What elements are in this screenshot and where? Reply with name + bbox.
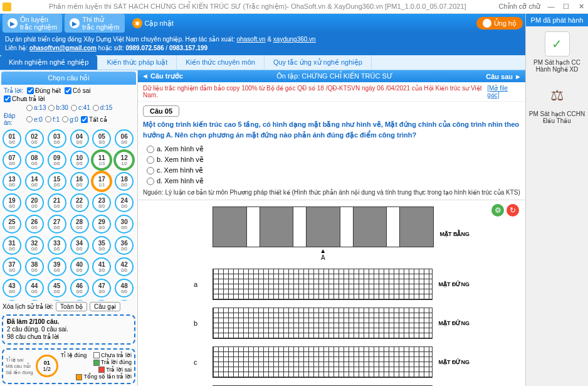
question-cell-04[interactable]: 040/0 xyxy=(70,129,89,148)
phone-2: 0983.157.199 xyxy=(169,45,207,51)
answer-key-e[interactable]: e:0 xyxy=(26,112,43,126)
question-cell-13[interactable]: 130/0 xyxy=(3,172,21,191)
question-cell-24[interactable]: 240/0 xyxy=(115,193,134,212)
filter-all-correct[interactable]: Đúng hết xyxy=(27,87,61,94)
question-cell-28[interactable]: 280/0 xyxy=(70,215,89,233)
question-cell-18[interactable]: 180/0 xyxy=(115,172,134,191)
question-cell-33[interactable]: 330/0 xyxy=(48,236,66,255)
question-cell-11[interactable]: 111/3 xyxy=(92,151,111,169)
support-button[interactable]: Ủng hộ xyxy=(476,17,523,29)
minimize-button[interactable]: — xyxy=(547,3,555,11)
answer-key-c[interactable]: c:41 xyxy=(71,104,90,111)
info-bar: Dự án phát triển cộng đồng Xây Dựng Việt… xyxy=(0,33,525,55)
tab-ethics[interactable]: Quy tắc ứng xử nghề nghiệp xyxy=(265,55,372,70)
question-source: Nguồn: Lý luận cơ bản từ môn Phương pháp… xyxy=(143,189,520,196)
legend-box: Tỉ lệ sai Mã câu hỏi Số lần đúng 01 1/2 … xyxy=(2,348,135,385)
question-cell-29[interactable]: 290/0 xyxy=(92,215,111,233)
contact-email[interactable]: ohasoftvn@gmail.com xyxy=(29,45,97,51)
practice-mode-button[interactable]: ▶ Ôn luyện trắc nghiệm xyxy=(3,14,62,33)
open-source-file-link[interactable]: [Mở file gốc] xyxy=(487,85,520,99)
answer-key-all[interactable]: Tất cả xyxy=(81,112,107,126)
question-cell-03[interactable]: 030/0 xyxy=(48,129,66,148)
question-cell-41[interactable]: 410/0 xyxy=(92,257,111,276)
option-d[interactable]: d. Xem hình vẽ xyxy=(147,176,520,186)
option-b[interactable]: b. Xem hình vẽ xyxy=(147,154,520,165)
question-cell-35[interactable]: 350/0 xyxy=(92,236,111,255)
data-source-alert: Dữ liệu trắc nghiệm đảm bảo copy 100% từ… xyxy=(138,82,525,102)
question-cell-19[interactable]: 190/0 xyxy=(3,193,21,212)
answer-key-label: Đáp án: xyxy=(4,112,24,126)
software-item-1[interactable]: ✓ PM Sát hạch CC Hành Nghề XD xyxy=(526,26,588,78)
filter-has-wrong[interactable]: Có sai xyxy=(65,87,90,94)
question-cell-34[interactable]: 340/0 xyxy=(70,236,89,255)
close-button[interactable]: ✕ xyxy=(577,3,585,11)
tab-law[interactable]: Kiến thức pháp luật xyxy=(98,55,177,70)
nav-title: Ôn tập: CHỨNG CHỈ KIẾN TRÚC SƯ xyxy=(188,72,481,80)
answer-key-f[interactable]: f:1 xyxy=(45,112,60,126)
question-cell-32[interactable]: 320/0 xyxy=(25,236,44,255)
question-cell-46[interactable]: 460/0 xyxy=(70,279,89,298)
clear-recent-button[interactable]: Câu gại xyxy=(90,302,120,311)
answer-key-b[interactable]: b:30 xyxy=(48,104,68,111)
question-cell-14[interactable]: 140/0 xyxy=(25,172,44,191)
clear-all-button[interactable]: Toàn bộ xyxy=(56,302,87,311)
answer-key-d[interactable]: d:15 xyxy=(93,104,112,111)
question-cell-36[interactable]: 360/0 xyxy=(115,236,134,255)
question-cell-31[interactable]: 310/0 xyxy=(3,236,21,255)
software-item-2[interactable]: ⚖ PM Sát hạch CCHN Đấu Thầu xyxy=(526,78,588,129)
tab-specialized[interactable]: Kiến thức chuyên môn xyxy=(177,55,265,70)
question-text: Một công trình kiến trúc cao 5 tầng, có … xyxy=(143,119,520,140)
link-xaydung360[interactable]: xaydung360.vn xyxy=(273,36,316,43)
question-cell-44[interactable]: 440/0 xyxy=(25,279,44,298)
question-cell-39[interactable]: 390/0 xyxy=(48,257,66,276)
question-cell-27[interactable]: 270/0 xyxy=(48,215,66,233)
question-cell-17[interactable]: 171/1 xyxy=(92,172,111,191)
question-grid: 010/0020/0030/0040/0050/0060/0070/0080/0… xyxy=(3,129,135,301)
option-c[interactable]: c. Xem hình vẽ xyxy=(147,165,520,176)
question-cell-45[interactable]: 450/0 xyxy=(48,279,66,298)
question-cell-07[interactable]: 070/0 xyxy=(3,151,21,169)
answer-key-a[interactable]: a:13 xyxy=(26,104,46,111)
elevation-a xyxy=(213,269,433,300)
question-cell-05[interactable]: 050/0 xyxy=(92,129,111,148)
question-cell-48[interactable]: 480/0 xyxy=(115,279,134,298)
question-cell-12[interactable]: 121/2 xyxy=(115,151,134,169)
question-cell-06[interactable]: 060/0 xyxy=(115,129,134,148)
update-button[interactable]: ✱ Cập nhật xyxy=(127,16,179,30)
question-cell-40[interactable]: 400/0 xyxy=(70,257,89,276)
exam-mode-button[interactable]: ▶ Thi thử trắc nghiệm xyxy=(65,14,124,33)
zoom-button[interactable]: ⚙ xyxy=(491,204,504,217)
option-a[interactable]: a. Xem hình vẽ xyxy=(147,144,520,154)
question-cell-15[interactable]: 150/0 xyxy=(48,172,66,191)
tab-experience[interactable]: Kinh nghiệm nghề nghiệp xyxy=(0,55,98,70)
reset-button[interactable]: ↻ xyxy=(507,204,519,217)
question-cell-23[interactable]: 230/0 xyxy=(92,193,111,212)
next-question-button[interactable]: Câu sau ► xyxy=(486,73,522,80)
answer-key-g[interactable]: g:0 xyxy=(62,112,78,126)
filter-unanswered[interactable]: Chưa trả lời xyxy=(4,95,45,102)
question-cell-47[interactable]: 470/0 xyxy=(92,279,111,298)
question-cell-26[interactable]: 260/0 xyxy=(25,215,44,233)
elevation-c xyxy=(213,346,433,378)
question-cell-30[interactable]: 300/0 xyxy=(115,215,134,233)
question-cell-42[interactable]: 420/0 xyxy=(115,257,134,276)
question-cell-20[interactable]: 200/0 xyxy=(25,193,44,212)
question-cell-02[interactable]: 020/0 xyxy=(25,129,44,148)
question-cell-22[interactable]: 220/0 xyxy=(70,193,89,212)
question-nav: ◄ Câu trước Ôn tập: CHỨNG CHỈ KIẾN TRÚC … xyxy=(138,70,525,82)
prev-question-button[interactable]: ◄ Câu trước xyxy=(142,72,183,80)
answer-options: a. Xem hình vẽb. Xem hình vẽc. Xem hình … xyxy=(147,144,520,186)
link-ohasoft[interactable]: ohasoft.vn xyxy=(236,36,265,43)
question-cell-10[interactable]: 100/0 xyxy=(70,151,89,169)
question-cell-25[interactable]: 250/0 xyxy=(3,215,21,233)
question-cell-08[interactable]: 080/0 xyxy=(25,151,44,169)
maximize-button[interactable]: ☐ xyxy=(562,3,570,11)
question-cell-09[interactable]: 090/0 xyxy=(48,151,66,169)
question-cell-16[interactable]: 160/0 xyxy=(70,172,89,191)
question-cell-37[interactable]: 370/0 xyxy=(3,257,21,276)
question-cell-38[interactable]: 380/0 xyxy=(25,257,44,276)
question-cell-01[interactable]: 010/0 xyxy=(3,129,21,148)
question-cell-21[interactable]: 210/0 xyxy=(48,193,66,212)
resize-text-label[interactable]: Chỉnh cỡ chữ xyxy=(498,3,540,11)
question-cell-43[interactable]: 430/0 xyxy=(3,279,21,298)
